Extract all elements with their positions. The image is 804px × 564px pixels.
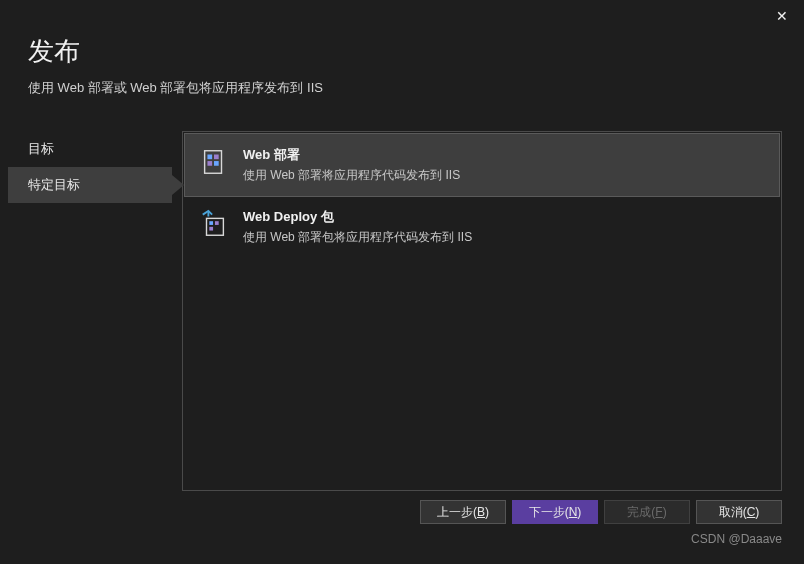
dialog-title: 发布: [28, 34, 776, 69]
content-area: 目标 特定目标 Web 部署 使用 Web 部署将应用程序代码发布到 IIS: [0, 131, 804, 491]
svg-rect-3: [207, 161, 212, 166]
close-icon: ✕: [776, 8, 788, 24]
svg-rect-2: [214, 155, 219, 160]
svg-rect-7: [215, 221, 219, 225]
cancel-button[interactable]: 取消(C): [696, 500, 782, 524]
option-text: Web Deploy 包 使用 Web 部署包将应用程序代码发布到 IIS: [243, 208, 765, 246]
finish-button: 完成(F): [604, 500, 690, 524]
sidebar-item-specific-target[interactable]: 特定目标: [8, 167, 172, 203]
back-button[interactable]: 上一步(B): [420, 500, 506, 524]
option-desc: 使用 Web 部署包将应用程序代码发布到 IIS: [243, 229, 765, 246]
options-panel: Web 部署 使用 Web 部署将应用程序代码发布到 IIS Web Deplo…: [182, 131, 782, 491]
next-button[interactable]: 下一步(N): [512, 500, 598, 524]
button-row: 上一步(B) 下一步(N) 完成(F) 取消(C): [420, 500, 782, 524]
option-text: Web 部署 使用 Web 部署将应用程序代码发布到 IIS: [243, 146, 765, 184]
svg-rect-0: [205, 151, 222, 174]
svg-rect-1: [207, 155, 212, 160]
svg-rect-4: [214, 161, 219, 166]
sidebar: 目标 特定目标: [8, 131, 172, 491]
option-title: Web 部署: [243, 146, 765, 164]
sidebar-item-target[interactable]: 目标: [8, 131, 172, 167]
svg-rect-6: [209, 221, 213, 225]
package-icon: [199, 209, 229, 239]
svg-rect-8: [209, 227, 213, 231]
option-desc: 使用 Web 部署将应用程序代码发布到 IIS: [243, 167, 765, 184]
dialog-header: 发布 使用 Web 部署或 Web 部署包将应用程序发布到 IIS: [0, 0, 804, 113]
server-icon: [199, 147, 229, 177]
close-button[interactable]: ✕: [772, 6, 792, 26]
dialog-subtitle: 使用 Web 部署或 Web 部署包将应用程序发布到 IIS: [28, 79, 776, 97]
footer-credit: CSDN @Daaave: [420, 532, 782, 546]
dialog-footer: 上一步(B) 下一步(N) 完成(F) 取消(C) CSDN @Daaave: [420, 500, 782, 546]
option-web-deploy-package[interactable]: Web Deploy 包 使用 Web 部署包将应用程序代码发布到 IIS: [185, 196, 779, 258]
sidebar-item-label: 特定目标: [28, 177, 80, 192]
svg-rect-5: [207, 218, 224, 235]
sidebar-item-label: 目标: [28, 141, 54, 156]
option-title: Web Deploy 包: [243, 208, 765, 226]
option-web-deploy[interactable]: Web 部署 使用 Web 部署将应用程序代码发布到 IIS: [185, 134, 779, 196]
